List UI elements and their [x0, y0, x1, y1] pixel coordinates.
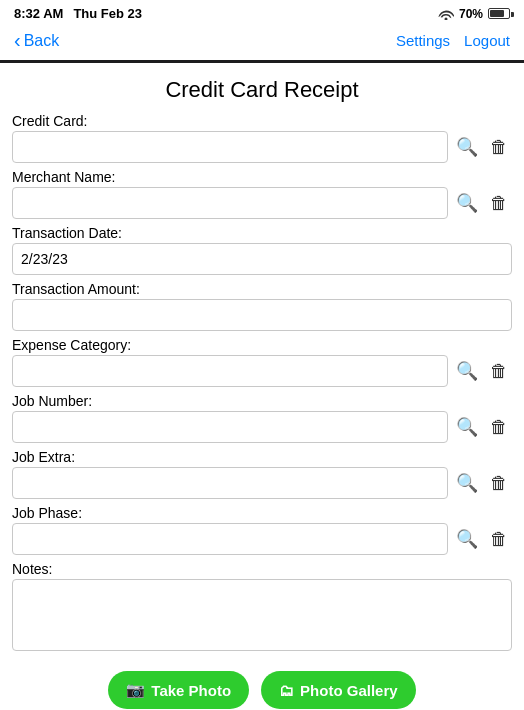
transaction-date-label: Transaction Date: [12, 225, 512, 241]
form-container: Credit Card: 🔍 🗑 Merchant Name: 🔍 🗑 Tran… [0, 113, 524, 655]
status-time: 8:32 AM [14, 6, 63, 21]
status-bar: 8:32 AM Thu Feb 23 70% [0, 0, 524, 25]
expense-category-label: Expense Category: [12, 337, 512, 353]
photo-gallery-button[interactable]: 🗂 Photo Gallery [261, 671, 416, 709]
job-extra-delete-button[interactable]: 🗑 [486, 472, 512, 494]
photo-buttons-row: 📷 Take Photo 🗂 Photo Gallery [108, 671, 415, 709]
wifi-icon [438, 8, 454, 20]
job-number-label: Job Number: [12, 393, 512, 409]
back-label: Back [24, 32, 60, 50]
credit-card-field-group: Credit Card: 🔍 🗑 [12, 113, 512, 163]
transaction-date-field-group: Transaction Date: [12, 225, 512, 275]
job-phase-delete-button[interactable]: 🗑 [486, 528, 512, 550]
expense-category-input[interactable] [12, 355, 448, 387]
job-phase-input[interactable] [12, 523, 448, 555]
job-number-delete-button[interactable]: 🗑 [486, 416, 512, 438]
expense-category-field-group: Expense Category: 🔍 🗑 [12, 337, 512, 387]
logout-button[interactable]: Logout [464, 32, 510, 49]
job-extra-input[interactable] [12, 467, 448, 499]
expense-category-search-button[interactable]: 🔍 [452, 360, 482, 382]
battery-icon [488, 8, 510, 19]
job-extra-search-button[interactable]: 🔍 [452, 472, 482, 494]
take-photo-button[interactable]: 📷 Take Photo [108, 671, 249, 709]
nav-bar: ‹ Back Settings Logout [0, 25, 524, 63]
notes-input[interactable] [12, 579, 512, 651]
battery-percentage: 70% [459, 7, 483, 21]
job-number-search-button[interactable]: 🔍 [452, 416, 482, 438]
transaction-amount-label: Transaction Amount: [12, 281, 512, 297]
take-photo-label: Take Photo [151, 682, 231, 699]
credit-card-label: Credit Card: [12, 113, 512, 129]
status-date: Thu Feb 23 [73, 6, 142, 21]
job-extra-label: Job Extra: [12, 449, 512, 465]
notes-field-group: Notes: [12, 561, 512, 655]
merchant-name-label: Merchant Name: [12, 169, 512, 185]
job-phase-search-button[interactable]: 🔍 [452, 528, 482, 550]
merchant-name-search-button[interactable]: 🔍 [452, 192, 482, 214]
merchant-name-field-group: Merchant Name: 🔍 🗑 [12, 169, 512, 219]
notes-label: Notes: [12, 561, 512, 577]
job-number-field-group: Job Number: 🔍 🗑 [12, 393, 512, 443]
job-extra-field-group: Job Extra: 🔍 🗑 [12, 449, 512, 499]
settings-button[interactable]: Settings [396, 32, 450, 49]
credit-card-delete-button[interactable]: 🗑 [486, 136, 512, 158]
camera-icon: 📷 [126, 681, 145, 699]
merchant-name-input[interactable] [12, 187, 448, 219]
job-number-input[interactable] [12, 411, 448, 443]
photo-gallery-label: Photo Gallery [300, 682, 398, 699]
page-title: Credit Card Receipt [0, 63, 524, 113]
job-phase-field-group: Job Phase: 🔍 🗑 [12, 505, 512, 555]
job-phase-label: Job Phase: [12, 505, 512, 521]
buttons-container: 📷 Take Photo 🗂 Photo Gallery Submit Clea… [0, 671, 524, 710]
back-button[interactable]: ‹ Back [14, 29, 59, 52]
credit-card-search-button[interactable]: 🔍 [452, 136, 482, 158]
expense-category-delete-button[interactable]: 🗑 [486, 360, 512, 382]
transaction-date-input[interactable] [12, 243, 512, 275]
transaction-amount-field-group: Transaction Amount: [12, 281, 512, 331]
folder-icon: 🗂 [279, 682, 294, 699]
transaction-amount-input[interactable] [12, 299, 512, 331]
merchant-name-delete-button[interactable]: 🗑 [486, 192, 512, 214]
credit-card-input[interactable] [12, 131, 448, 163]
back-chevron-icon: ‹ [14, 29, 21, 52]
